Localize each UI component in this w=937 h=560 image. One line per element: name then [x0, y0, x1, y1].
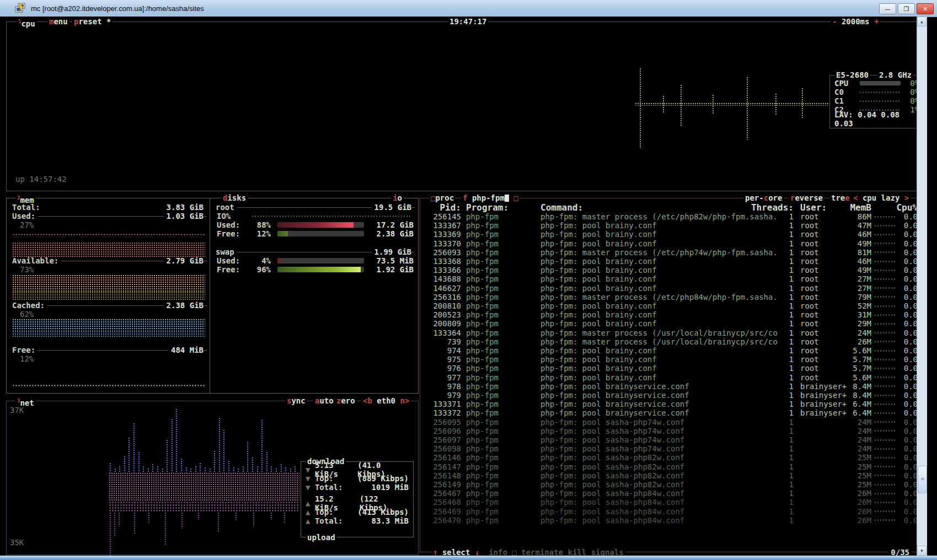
proc-box-title[interactable]: □proc [429, 193, 456, 202]
window-bottom-border [0, 556, 937, 560]
disks-box-title: disks [221, 193, 248, 202]
proc-row[interactable]: 256096php-fpmphp-fpm: pool sasha-php74w.… [425, 427, 918, 435]
proc-row[interactable]: 143688php-fpmphp-fpm: pool brainy.conf1r… [425, 274, 918, 283]
sort-right-arrow[interactable]: > [904, 193, 909, 202]
maximize-button[interactable]: ❐ [898, 3, 915, 14]
proc-row[interactable]: 256093php-fpmphp-fpm: master process (/e… [425, 248, 918, 257]
proc-row[interactable]: 133370php-fpmphp-fpm: pool brainy.conf1r… [425, 239, 918, 248]
proc-row[interactable]: 133364php-fpmphp-fpm: master process (/u… [425, 329, 918, 337]
interval-control: - 2000ms + [831, 17, 880, 26]
upload-title: upload [306, 533, 337, 542]
proc-row[interactable]: 256095php-fpmphp-fpm: pool sasha-php74w.… [425, 418, 918, 427]
proc-row[interactable]: 739php-fpmphp-fpm: master process (/usr/… [425, 337, 918, 346]
proc-row[interactable]: 200809php-fpmphp-fpm: pool brainy.conf1r… [425, 319, 918, 328]
reverse-toggle[interactable]: reverse [789, 193, 824, 202]
proc-row[interactable]: 256469php-fpmphp-fpm: pool sasha-php84w.… [425, 507, 918, 516]
preset-button[interactable]: preset * [72, 17, 113, 26]
disk-io-meter [252, 216, 410, 217]
interval-plus-button[interactable]: + [874, 17, 879, 26]
net-interface-switch[interactable]: <b eth0 n> [361, 396, 411, 405]
tree-toggle[interactable]: tree [829, 193, 852, 202]
scroll-thumb[interactable] [918, 466, 927, 493]
proc-row[interactable]: 133368php-fpmphp-fpm: pool brainy.conf1r… [425, 257, 918, 266]
disks-box: disks io root19.5 GiB IO% Used:88% 17.2 … [210, 198, 419, 394]
scroll-up-button[interactable]: ▲ [917, 17, 927, 26]
proc-row[interactable]: 978php-fpmphp-fpm: pool brainyservice.co… [425, 382, 918, 391]
proc-row[interactable]: 200810php-fpmphp-fpm: pool brainy.conf1r… [425, 301, 918, 310]
proc-row[interactable]: 256147php-fpmphp-fpm: pool sasha-php82w.… [425, 462, 918, 471]
uptime: up 14:57:42 [15, 175, 67, 184]
proc-row[interactable]: 256467php-fpmphp-fpm: pool sasha-php84w.… [425, 489, 918, 498]
net-stats-box: download upload ▼ 5.13 KiB/s(41.0 Kibps)… [301, 461, 414, 537]
mem-box[interactable]: 2mem Total:3.83 GiB Used:1.03 GiB 27% Av… [6, 198, 211, 394]
disk-swap-used-row: Used:4% 73.5 MiB [217, 256, 414, 265]
proc-table-header: Pid: Program: Command: Threads: User: Me… [425, 203, 918, 212]
cpu-box-title[interactable]: 1cpu [17, 17, 37, 28]
menu-button[interactable]: menu [47, 17, 69, 26]
proc-row[interactable]: 979php-fpmphp-fpm: pool brainyservice.co… [425, 391, 918, 400]
sort-left-arrow[interactable]: < [853, 193, 858, 202]
proc-box: □proc f php-fpm □ per-core reverse tree … [420, 198, 925, 552]
mem-cached-pct: 62% [20, 310, 34, 319]
sort-selector[interactable]: < cpu lazy > [852, 193, 911, 202]
proc-row[interactable]: 976php-fpmphp-fpm: pool brainy.conf1root… [425, 364, 918, 373]
proc-row[interactable]: 133369php-fpmphp-fpm: pool brainy.conf1r… [425, 230, 918, 239]
proc-row[interactable]: 256468php-fpmphp-fpm: pool sasha-php84w.… [425, 498, 918, 507]
cpu-meter-box: E5-2680 2.8 GHz CPU0% C00% C10% C21% LAV… [829, 75, 924, 128]
putty-app-icon [14, 3, 26, 14]
proc-row[interactable]: 256316php-fpmphp-fpm: master process (/e… [425, 293, 918, 301]
mem-used-row: Used:1.03 GiB [12, 212, 207, 220]
proc-row[interactable]: 133371php-fpmphp-fpm: pool brainyservice… [425, 400, 918, 408]
filter-clear-button[interactable]: □ [513, 193, 518, 202]
cpu-model: E5-2680 [834, 71, 870, 79]
net-sync-toggle[interactable]: sync [285, 396, 307, 405]
terminal-area: 1cpu menu preset * 19:47:17 - 2000ms + E… [0, 17, 927, 556]
proc-row[interactable]: 256148php-fpmphp-fpm: pool sasha-php82w.… [425, 471, 918, 480]
net-auto-toggle[interactable]: auto [313, 396, 335, 405]
mem-used-graph [12, 242, 205, 258]
mem-available-row: Available:2.79 GiB [12, 256, 207, 265]
proc-row[interactable]: 977php-fpmphp-fpm: pool brainy.conf1root… [425, 373, 918, 382]
proc-row[interactable]: 256149php-fpmphp-fpm: pool sasha-php82w.… [425, 480, 918, 489]
proc-row[interactable]: 133367php-fpmphp-fpm: pool brainy.conf1r… [425, 221, 918, 230]
proc-row[interactable]: 974php-fpmphp-fpm: pool brainy.conf1root… [425, 346, 918, 355]
cpu-freq: 2.8 GHz [877, 71, 913, 79]
proc-row[interactable]: 133372php-fpmphp-fpm: pool brainyservice… [425, 408, 918, 417]
proc-row[interactable]: 133366php-fpmphp-fpm: pool brainy.conf1r… [425, 266, 918, 274]
proc-row[interactable]: 975php-fpmphp-fpm: pool brainy.conf1root… [425, 355, 918, 364]
proc-row[interactable]: 146627php-fpmphp-fpm: pool brainy.conf1r… [425, 284, 918, 293]
percore-toggle[interactable]: per-core [743, 193, 784, 202]
disk-root-used-row: Used:88% 17.2 GiB [217, 220, 414, 229]
mem-total-value: 3.83 GiB [167, 203, 204, 212]
proc-row[interactable]: 256097php-fpmphp-fpm: pool sasha-php74w.… [425, 435, 918, 444]
proc-row[interactable]: 200523php-fpmphp-fpm: pool brainy.conf1r… [425, 310, 918, 319]
download-arrow-icon: ▼ [306, 465, 310, 474]
disk-io-label: IO% [217, 212, 245, 220]
mem-free-row: Free:484 MiB [12, 346, 207, 354]
net-zero-toggle[interactable]: zero [335, 396, 357, 405]
upload-arrow-icon: ▲ [306, 499, 310, 508]
disk-root-free-row: Free:12% 2.38 GiB [217, 229, 414, 238]
disk-swap-row: swap1.99 GiB [216, 247, 415, 256]
interval-minus-button[interactable]: - [832, 17, 837, 26]
load-average: LAV: 0.04 0.08 0.03 [834, 110, 919, 128]
scroll-down-button[interactable]: ▼ [917, 546, 927, 556]
titlebar[interactable]: mc [root@a202.itdeveloper.com.ua]:/home/… [0, 0, 937, 17]
mem-available-graph [12, 274, 205, 292]
net-scale-bottom: 35K [10, 538, 24, 547]
scrollbar[interactable]: ▲ ▼ [917, 17, 927, 556]
proc-filter-input[interactable]: f php-fpm □ [461, 193, 520, 202]
net-scale-top: 37K [10, 406, 24, 414]
mem-cached-row: Cached:2.38 GiB [12, 301, 207, 310]
disks-io-toggle[interactable]: io [391, 193, 404, 202]
proc-row[interactable]: 256098php-fpmphp-fpm: pool sasha-php74w.… [425, 444, 918, 453]
mem-available-pct: 73% [20, 265, 34, 274]
proc-row[interactable]: 256146php-fpmphp-fpm: pool sasha-php82w.… [425, 453, 918, 462]
mem-cached-graph [12, 319, 205, 331]
proc-row[interactable]: 256470php-fpmphp-fpm: pool sasha-php84w.… [425, 516, 918, 525]
minimize-button[interactable]: — [879, 3, 896, 14]
proc-row[interactable]: 256145php-fpmphp-fpm: master process (/e… [425, 212, 918, 221]
window-title: mc [root@a202.itdeveloper.com.ua]:/home/… [31, 4, 204, 13]
close-button[interactable]: ✕ [917, 3, 934, 14]
interval-value: 2000ms [842, 17, 870, 26]
